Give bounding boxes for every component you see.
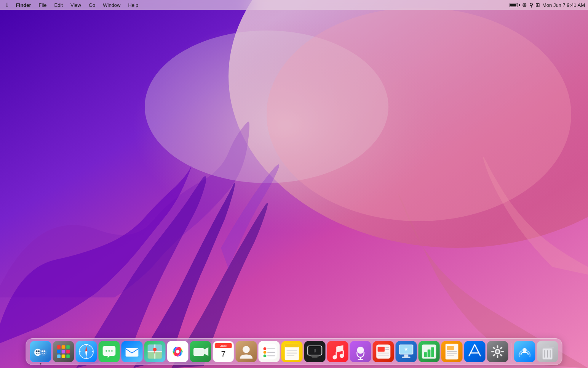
svg-rect-118 [500, 347, 503, 350]
svg-rect-103 [424, 352, 427, 357]
svg-rect-52 [193, 348, 204, 356]
dock-separator [511, 343, 511, 360]
svg-point-1 [228, 0, 588, 248]
svg-rect-76 [310, 355, 319, 357]
menu-go[interactable]: Go [86, 2, 98, 9]
svg-point-32 [105, 350, 107, 352]
svg-point-11 [43, 350, 45, 352]
battery-icon[interactable] [510, 3, 520, 7]
svg-rect-16 [57, 350, 61, 353]
svg-rect-15 [66, 345, 70, 349]
dock-icon-music[interactable] [327, 341, 348, 362]
apple-menu[interactable]:  [3, 2, 11, 8]
dock-icon-facetime[interactable] [190, 341, 211, 362]
dock-icon-appletv[interactable]:  [304, 341, 326, 362]
menubar-right: ⊛ ⚲ ⊞ Mon Jun 7 9:41 AM [510, 2, 585, 8]
svg-point-116 [496, 350, 499, 353]
dock-icon-pages[interactable] [441, 341, 463, 362]
dock: JUN 7 [26, 338, 562, 365]
svg-point-66 [264, 354, 266, 357]
svg-rect-121 [497, 355, 499, 358]
menubar-left:  Finder File Edit View Go Window Help [3, 2, 141, 9]
dock-icon-notes[interactable] [281, 341, 303, 362]
svg-rect-99 [402, 357, 410, 358]
dock-icon-launchpad[interactable] [53, 341, 74, 362]
svg-rect-98 [404, 354, 408, 357]
dock-icon-calendar[interactable]: JUN 7 [213, 341, 234, 362]
svg-point-59 [243, 346, 250, 353]
svg-rect-13 [57, 345, 61, 349]
svg-rect-0 [0, 0, 588, 368]
svg-rect-104 [428, 349, 430, 357]
menu-edit[interactable]: Edit [51, 2, 66, 9]
svg-marker-53 [204, 347, 208, 356]
menu-view[interactable]: View [67, 2, 84, 9]
dock-icon-finder[interactable] [30, 341, 51, 362]
clock[interactable]: Mon Jun 7 9:41 AM [542, 2, 585, 8]
dock-icon-systemprefs[interactable] [487, 341, 508, 362]
svg-rect-21 [66, 354, 70, 358]
svg-point-2 [95, 19, 476, 286]
svg-rect-124 [492, 347, 495, 350]
svg-point-85 [357, 347, 364, 354]
dock-icon-maps[interactable] [144, 341, 166, 362]
dock-dot-finder [40, 363, 42, 365]
control-center-icon[interactable]: ⊞ [535, 2, 540, 8]
svg-rect-130 [545, 345, 550, 347]
svg-rect-19 [57, 354, 61, 358]
svg-point-3 [145, 31, 388, 183]
svg-rect-14 [62, 345, 65, 349]
svg-point-4 [267, 8, 571, 221]
svg-point-83 [340, 354, 344, 358]
svg-point-50 [176, 350, 179, 353]
svg-rect-122 [492, 354, 495, 357]
svg-text:★: ★ [404, 346, 409, 352]
svg-point-64 [264, 351, 266, 354]
menu-file[interactable]: File [36, 2, 50, 9]
dock-icon-news[interactable] [373, 341, 394, 362]
dock-icon-keynote[interactable]: ★ [396, 341, 417, 362]
dock-icon-messages[interactable] [99, 341, 120, 362]
desktop-wallpaper [0, 0, 588, 368]
dock-icon-appstore[interactable] [464, 341, 486, 362]
menu-help[interactable]: Help [125, 2, 141, 9]
svg-point-34 [111, 350, 113, 352]
svg-rect-36 [126, 348, 138, 357]
dock-icon-trash[interactable] [537, 341, 558, 362]
svg-rect-108 [447, 346, 454, 350]
svg-rect-117 [497, 345, 499, 348]
svg-point-7 [40, 349, 47, 356]
svg-rect-120 [500, 354, 503, 357]
svg-rect-18 [66, 350, 70, 353]
svg-rect-20 [62, 354, 65, 358]
svg-text:7: 7 [221, 350, 225, 358]
wifi-icon[interactable]: ⊛ [522, 2, 527, 8]
svg-point-33 [109, 350, 110, 352]
dock-icon-airdrop[interactable] [514, 341, 535, 362]
menu-window[interactable]: Window [100, 2, 123, 9]
dock-icon-contacts[interactable] [236, 341, 257, 362]
app-name[interactable]: Finder [13, 2, 34, 9]
dock-icon-photos[interactable] [167, 341, 189, 362]
svg-text:JUN: JUN [220, 344, 227, 348]
svg-point-62 [264, 347, 266, 350]
dock-icon-mail[interactable] [121, 341, 143, 362]
svg-rect-123 [491, 351, 494, 352]
svg-rect-17 [62, 350, 65, 353]
menubar:  Finder File Edit View Go Window Help ⊛… [0, 0, 588, 10]
dock-icon-numbers[interactable] [419, 341, 440, 362]
svg-point-9 [38, 350, 40, 352]
svg-point-10 [42, 350, 43, 352]
svg-text::  [314, 348, 316, 354]
svg-point-8 [36, 350, 38, 352]
svg-rect-77 [312, 357, 318, 358]
dock-icon-reminders[interactable] [259, 341, 280, 362]
svg-rect-119 [501, 351, 504, 352]
spotlight-icon[interactable]: ⚲ [529, 2, 533, 8]
dock-icon-podcasts[interactable] [350, 341, 371, 362]
svg-point-40 [153, 348, 157, 351]
svg-point-126 [522, 348, 527, 352]
svg-point-82 [333, 355, 337, 359]
dock-icon-safari[interactable] [76, 341, 97, 362]
svg-rect-90 [378, 347, 385, 352]
